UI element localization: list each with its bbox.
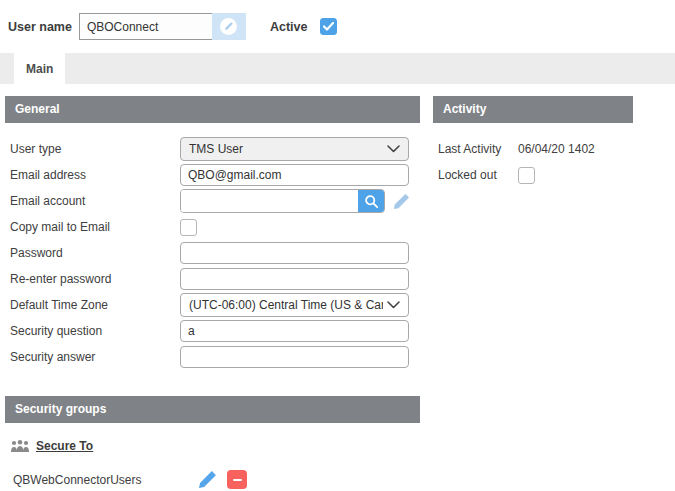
- user-type-select[interactable]: TMS User: [180, 137, 409, 161]
- active-checkbox[interactable]: [320, 18, 337, 35]
- chevron-down-icon: [387, 301, 400, 309]
- member-remove-button[interactable]: [227, 470, 247, 489]
- activity-rows: Last Activity 06/04/20 1402 Locked out: [433, 123, 633, 188]
- security-question-label: Security question: [10, 324, 180, 338]
- activity-section-header: Activity: [433, 96, 633, 123]
- general-form: User type TMS User Email address Email a…: [5, 123, 420, 383]
- time-zone-row: Default Time Zone (UTC-06:00) Central Ti…: [10, 292, 420, 318]
- reenter-password-label: Re-enter password: [10, 272, 180, 286]
- email-address-input[interactable]: [180, 164, 409, 186]
- minus-icon: [233, 479, 242, 481]
- security-groups-body: Secure To QBWebConnectorUsers: [5, 423, 420, 489]
- general-section-header: General: [5, 96, 420, 123]
- reenter-password-row: Re-enter password: [10, 266, 420, 292]
- password-label: Password: [10, 246, 180, 260]
- email-account-search-button[interactable]: [358, 190, 384, 212]
- time-zone-select[interactable]: (UTC-06:00) Central Time (US & Canada): [180, 293, 409, 317]
- time-zone-value: (UTC-06:00) Central Time (US & Canada): [189, 298, 383, 312]
- user-type-value: TMS User: [189, 142, 383, 156]
- people-group-icon: [10, 439, 30, 453]
- username-label: User name: [8, 20, 72, 34]
- username-input-group: [79, 13, 246, 40]
- email-account-input-group: [180, 189, 385, 213]
- secure-to-label: Secure To: [36, 439, 93, 453]
- security-group-member-row: QBWebConnectorUsers: [10, 470, 420, 489]
- tab-main[interactable]: Main: [14, 53, 65, 84]
- member-name: QBWebConnectorUsers: [13, 473, 198, 487]
- tab-strip: Main: [0, 53, 675, 84]
- security-question-row: Security question: [10, 318, 420, 344]
- copy-mail-label: Copy mail to Email: [10, 220, 180, 234]
- time-zone-label: Default Time Zone: [10, 298, 180, 312]
- checkmark-icon: [323, 22, 334, 31]
- email-account-input[interactable]: [181, 190, 358, 212]
- password-row: Password: [10, 240, 420, 266]
- email-account-edit-button[interactable]: [393, 193, 410, 210]
- email-address-row: Email address: [10, 162, 420, 188]
- secure-to-link[interactable]: Secure To: [10, 439, 420, 453]
- active-label: Active: [270, 20, 308, 34]
- security-answer-input[interactable]: [180, 346, 409, 368]
- locked-out-label: Locked out: [438, 168, 518, 182]
- locked-out-row: Locked out: [438, 162, 633, 188]
- email-account-label: Email account: [10, 194, 180, 208]
- email-address-label: Email address: [10, 168, 180, 182]
- copy-mail-checkbox[interactable]: [180, 219, 197, 236]
- main-content: General User type TMS User Email address…: [0, 84, 675, 489]
- security-answer-label: Security answer: [10, 350, 180, 364]
- activity-column: Activity Last Activity 06/04/20 1402 Loc…: [433, 96, 633, 489]
- last-activity-label: Last Activity: [438, 142, 518, 156]
- locked-out-checkbox[interactable]: [518, 167, 535, 184]
- general-column: General User type TMS User Email address…: [5, 96, 420, 489]
- email-account-row: Email account: [10, 188, 420, 214]
- security-groups-section-header: Security groups: [5, 396, 420, 423]
- username-edit-button[interactable]: [212, 13, 246, 40]
- username-input[interactable]: [79, 13, 212, 40]
- search-icon: [364, 194, 379, 209]
- copy-mail-row: Copy mail to Email: [10, 214, 420, 240]
- last-activity-value: 06/04/20 1402: [518, 142, 595, 156]
- security-answer-row: Security answer: [10, 344, 420, 370]
- user-type-label: User type: [10, 142, 180, 156]
- user-type-row: User type TMS User: [10, 136, 420, 162]
- user-header-bar: User name Active: [0, 0, 675, 53]
- member-edit-button[interactable]: [198, 470, 217, 489]
- pencil-in-circle-icon: [219, 17, 238, 36]
- password-input[interactable]: [180, 242, 409, 264]
- reenter-password-input[interactable]: [180, 268, 409, 290]
- chevron-down-icon: [387, 145, 400, 153]
- pencil-icon: [198, 470, 217, 489]
- security-groups-section: Security groups Secure To QBWebConnector…: [5, 396, 420, 489]
- last-activity-row: Last Activity 06/04/20 1402: [438, 136, 633, 162]
- security-question-input[interactable]: [180, 320, 409, 342]
- pencil-icon: [393, 193, 410, 210]
